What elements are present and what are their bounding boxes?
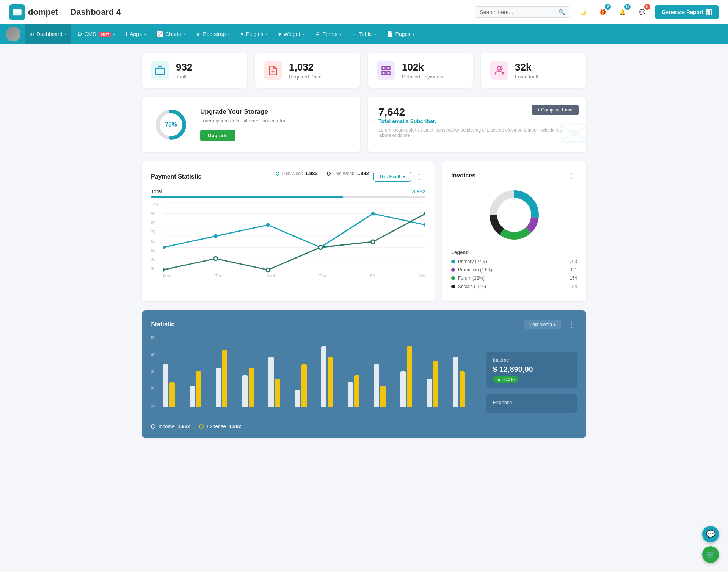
chevron-down-icon: ▾ [113, 32, 115, 36]
statistic-month-filter-button[interactable]: This Month ▾ [524, 320, 561, 329]
chart-icon: 📊 [706, 9, 712, 15]
stat-card-detailed-payments: 102k Detailed Payments [368, 53, 473, 88]
invoices-donut-container [451, 186, 577, 243]
income-label: Income [493, 357, 570, 363]
bar-group [374, 364, 398, 407]
expense-box: Expense [486, 394, 577, 413]
widget-icon: ♥ [278, 31, 281, 37]
charts-row: Payment Statistic This Week 1.982 This W… [142, 161, 586, 301]
nav-item-cms[interactable]: ⚙ CMS New ▾ [73, 24, 120, 44]
gift-badge: 2 [605, 4, 611, 10]
bar-group [348, 375, 372, 408]
payment-options-button[interactable]: ⋮ [414, 172, 425, 182]
stat-card-tariff: 932 Tariff [142, 53, 247, 88]
svg-point-25 [163, 268, 165, 272]
svg-point-27 [266, 268, 270, 272]
statistic-title: Statistic [151, 321, 174, 328]
invoices-options-button[interactable]: ⋮ [566, 171, 577, 180]
message-icon[interactable]: 💬5 [635, 5, 649, 19]
plugins-icon: ♥ [240, 31, 243, 37]
bar-yellow [301, 364, 307, 407]
svg-rect-7 [387, 71, 390, 74]
line-chart-svg [163, 202, 425, 282]
message-badge: 5 [644, 4, 650, 10]
cms-icon: ⚙ [77, 31, 82, 37]
bar-white [321, 346, 326, 408]
notification-badge: 12 [624, 4, 631, 10]
bar-white [427, 379, 432, 407]
table-icon: ⊟ [352, 31, 357, 37]
nav-item-apps[interactable]: ℹ Apps ▾ [121, 24, 151, 44]
svg-point-9 [497, 67, 500, 70]
search-box[interactable]: 🔍 [475, 6, 570, 18]
bar-yellow [222, 350, 228, 407]
chevron-down-icon: ▾ [374, 32, 376, 36]
nav-label-pages: Pages [395, 31, 411, 37]
bar-yellow [169, 382, 175, 408]
notification-icon[interactable]: 🔔12 [615, 5, 629, 19]
svg-point-21 [266, 223, 270, 227]
chevron-down-icon: ▾ [65, 32, 67, 36]
stat-card-force-tariff: 32k Force tariff [481, 53, 586, 88]
search-icon: 🔍 [559, 9, 565, 15]
expense-legend-value: 1.982 [229, 423, 242, 429]
chevron-down-icon: ▾ [340, 32, 342, 36]
primary-dot [451, 260, 455, 263]
nav-item-plugins[interactable]: ♥ Plugins ▾ [236, 24, 272, 44]
bar-white [453, 357, 458, 407]
generate-report-label: Generate Report [662, 9, 703, 15]
stat-filter-label: This Month [530, 322, 552, 327]
nav-label-table: Table [359, 31, 372, 37]
upgrade-button[interactable]: Upgrade [200, 130, 235, 141]
svg-rect-1 [13, 11, 21, 12]
nav-label-forms: Forms [322, 31, 337, 37]
bar-white [268, 357, 274, 407]
charts-icon: 📈 [157, 31, 163, 37]
nav-item-widget[interactable]: ♥ Widget ▾ [274, 24, 309, 44]
svg-point-24 [424, 223, 425, 227]
nav-item-bootstrap[interactable]: ★ Bootstrap ▾ [191, 24, 234, 44]
nav-item-pages[interactable]: 📄 Pages ▾ [382, 24, 419, 44]
user-avatar[interactable] [6, 27, 20, 41]
bar-yellow [196, 371, 201, 407]
search-input[interactable] [480, 9, 555, 15]
storage-percent: 75% [165, 121, 177, 128]
line-chart-area: 100 90 80 70 60 50 40 30 [151, 202, 425, 278]
logo[interactable]: dompet [9, 4, 58, 20]
bar-yellow [460, 371, 465, 407]
nav-item-forms[interactable]: 🖨 Forms ▾ [310, 24, 346, 44]
bar-white [163, 364, 168, 407]
payment-title: Payment Statistic [151, 173, 201, 180]
bar-white [374, 364, 379, 407]
navbar: ⊞ Dashboard ▾ ⚙ CMS New ▾ ℹ Apps ▾ 📈 Cha… [0, 24, 728, 44]
pages-icon: 📄 [387, 31, 393, 37]
legend-label-1: This Week [282, 171, 303, 176]
expense-legend-dot [199, 424, 204, 429]
gift-icon[interactable]: 🎁2 [596, 5, 609, 19]
tariff-icon [151, 61, 169, 80]
forms-icon: 🖨 [315, 31, 320, 37]
nav-item-table[interactable]: ⊟ Table ▾ [348, 24, 380, 44]
statistic-options-button[interactable]: ⋮ [566, 320, 577, 329]
force-tariff-icon [490, 61, 508, 80]
email-bg-icon: ✉ [558, 112, 586, 152]
expense-legend-item: Expense 1.982 [199, 423, 241, 429]
chevron-down-icon: ▾ [266, 32, 268, 36]
legend-row-promotion: Promotion (11%) 321 [451, 267, 577, 273]
nav-label-widget: Widget [284, 31, 300, 37]
this-month-filter-button[interactable]: This Month ▾ [373, 172, 411, 182]
generate-report-button[interactable]: Generate Report 📊 [655, 5, 719, 19]
nav-item-charts[interactable]: 📈 Charts ▾ [152, 24, 190, 44]
nav-label-apps: Apps [130, 31, 142, 37]
required-price-label: Required Price [289, 74, 322, 80]
income-legend-dot [151, 424, 155, 429]
nav-label-bootstrap: Bootstrap [203, 31, 226, 37]
legend-row-primary: Primary (27%) 763 [451, 259, 577, 264]
svg-rect-2 [155, 68, 164, 74]
payment-progress-bar [151, 196, 425, 198]
theme-toggle[interactable]: 🌙 [576, 5, 590, 19]
bar-yellow [275, 379, 280, 407]
nav-item-dashboard[interactable]: ⊞ Dashboard ▾ [25, 24, 71, 44]
bar-group [321, 346, 345, 408]
legend-val-1: 1.982 [305, 171, 318, 176]
